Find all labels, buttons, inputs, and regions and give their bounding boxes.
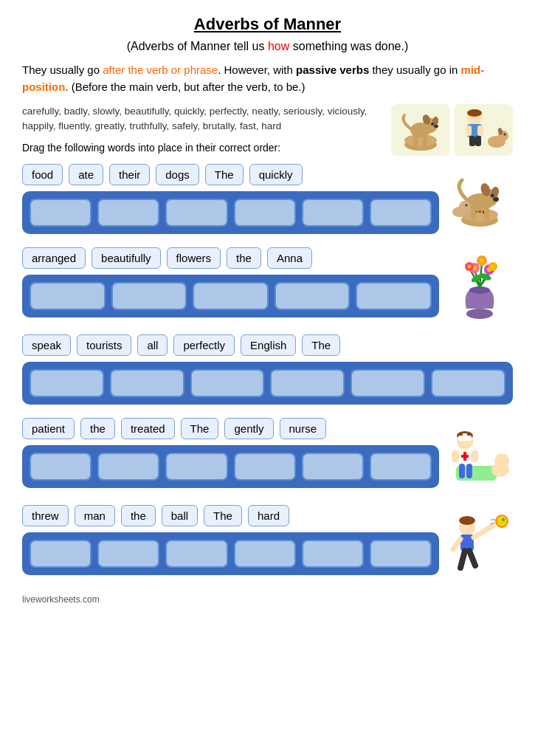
ex2-answer-row: [22, 275, 439, 317]
word-treated[interactable]: treated: [121, 418, 175, 439]
ex5-word-row: threw man the ball The hard: [22, 505, 439, 526]
word-dogs[interactable]: dogs: [156, 164, 199, 185]
desc-bold1: passive verbs: [296, 63, 369, 76]
word-english[interactable]: English: [241, 334, 296, 356]
word-their[interactable]: their: [109, 164, 150, 185]
ex4-box-1[interactable]: [30, 453, 92, 481]
footer: liveworksheets.com: [22, 592, 513, 605]
word-the4[interactable]: the: [80, 418, 115, 439]
ex1-word-row: food ate their dogs The quickly: [22, 164, 439, 185]
word-the[interactable]: The: [205, 164, 244, 185]
ex2-box-3[interactable]: [193, 282, 269, 310]
word-hard[interactable]: hard: [248, 505, 289, 526]
ex5-box-2[interactable]: [97, 540, 159, 568]
ex4-box-2[interactable]: [97, 453, 159, 481]
desc-orange1: after the verb or phrase: [103, 63, 218, 76]
ex4-word-row: patient the treated The gently nurse: [22, 418, 439, 439]
ex3-box-4[interactable]: [270, 369, 345, 397]
word-flowers[interactable]: flowers: [167, 247, 221, 269]
word-food[interactable]: food: [22, 164, 63, 185]
ex3-word-row: speak tourists all perfectly English The: [22, 334, 513, 356]
word-anna[interactable]: Anna: [267, 247, 312, 269]
header-illustrations: [391, 104, 513, 156]
word-man[interactable]: man: [75, 505, 115, 526]
ex1-box-2[interactable]: [97, 199, 159, 227]
svg-point-36: [465, 204, 467, 206]
word-patient[interactable]: patient: [22, 418, 75, 439]
word-threw[interactable]: threw: [22, 505, 69, 526]
svg-point-58: [494, 453, 509, 468]
word-all[interactable]: all: [137, 334, 168, 356]
ex2-box-5[interactable]: [356, 282, 432, 310]
description: They usually go after the verb or phrase…: [22, 62, 513, 95]
svg-rect-17: [477, 126, 483, 136]
ex2-illustration: [446, 255, 513, 321]
word-nurse[interactable]: nurse: [280, 418, 327, 439]
word-tourists[interactable]: tourists: [77, 334, 131, 356]
word-the2[interactable]: the: [227, 247, 261, 269]
ex5-answer-row: [22, 532, 439, 575]
word-the6[interactable]: the: [121, 505, 156, 526]
exercise-5: threw man the ball The hard: [22, 505, 513, 579]
svg-point-38: [469, 286, 490, 294]
page-title: Adverbs of Manner: [22, 15, 513, 34]
word-quickly[interactable]: quickly: [249, 164, 303, 185]
ex2-box-1[interactable]: [30, 282, 106, 310]
word-the5[interactable]: The: [181, 418, 219, 439]
word-ball[interactable]: ball: [162, 505, 198, 526]
exercise-4: patient the treated The gently nurse: [22, 418, 513, 492]
ex5-box-6[interactable]: [370, 540, 432, 568]
ex3-box-2[interactable]: [110, 369, 184, 397]
ex5-box-3[interactable]: [165, 540, 227, 568]
ex3-box-1[interactable]: [30, 369, 104, 397]
word-perfectly[interactable]: perfectly: [173, 334, 235, 356]
subtitle-suffix: something was done.): [289, 40, 408, 52]
ex2-word-row: arranged beautifully flowers the Anna: [22, 247, 439, 269]
ex1-box-3[interactable]: [165, 199, 227, 227]
svg-point-55: [491, 264, 494, 268]
ex5-box-1[interactable]: [30, 540, 92, 568]
ex4-box-4[interactable]: [234, 453, 296, 481]
ex3-content: speak tourists all perfectly English The: [22, 334, 513, 405]
word-gently[interactable]: gently: [224, 418, 273, 439]
ex5-box-5[interactable]: [302, 540, 364, 568]
boy-dog-icon: [454, 104, 513, 156]
ex5-box-4[interactable]: [234, 540, 296, 568]
svg-point-49: [480, 258, 484, 263]
svg-point-77: [496, 515, 508, 527]
ex3-box-3[interactable]: [190, 369, 265, 397]
svg-rect-32: [471, 208, 476, 220]
ex1-box-4[interactable]: [234, 199, 296, 227]
subtitle-prefix: (Adverbs of Manner tell us: [127, 40, 268, 52]
word-beautifully[interactable]: beautifully: [92, 247, 161, 269]
word-the3[interactable]: The: [302, 334, 340, 356]
word-ate[interactable]: ate: [69, 164, 103, 185]
ex3-box-5[interactable]: [351, 369, 425, 397]
ex4-box-3[interactable]: [165, 453, 227, 481]
ex1-box-5[interactable]: [302, 199, 364, 227]
ex4-content: patient the treated The gently nurse: [22, 418, 439, 488]
ex4-box-5[interactable]: [302, 453, 364, 481]
ex4-answer-row: [22, 445, 439, 488]
word-speak[interactable]: speak: [22, 334, 71, 356]
ex1-box-1[interactable]: [30, 199, 92, 227]
svg-rect-18: [469, 136, 475, 146]
svg-rect-65: [471, 450, 478, 462]
word-arranged[interactable]: arranged: [22, 247, 86, 269]
ex1-box-6[interactable]: [370, 199, 432, 227]
exercise-1: food ate their dogs The quickly: [22, 164, 513, 234]
svg-rect-62: [461, 455, 469, 458]
footer-text: liveworksheets.com: [22, 594, 100, 605]
word-the7[interactable]: The: [204, 505, 242, 526]
ex2-box-4[interactable]: [275, 282, 351, 310]
svg-point-13: [503, 133, 505, 135]
ex4-box-6[interactable]: [370, 453, 432, 481]
svg-point-37: [466, 309, 493, 319]
svg-rect-69: [463, 433, 467, 437]
ex2-box-2[interactable]: [111, 282, 187, 310]
exercise-3: speak tourists all perfectly English The: [22, 334, 513, 405]
svg-line-72: [474, 526, 493, 537]
svg-point-31: [493, 197, 499, 202]
ex3-box-6[interactable]: [431, 369, 505, 397]
ex3-answer-row: [22, 362, 513, 405]
